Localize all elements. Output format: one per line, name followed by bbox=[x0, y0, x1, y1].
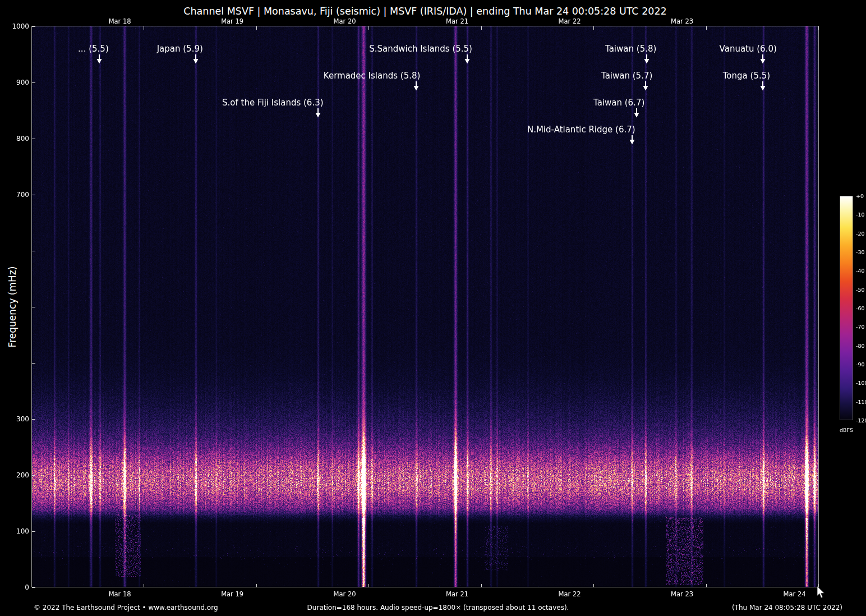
mouse-cursor-icon bbox=[816, 586, 825, 599]
colorbar-tick-label: -110 bbox=[856, 399, 866, 405]
footer-copyright: © 2022 The Earthsound Project • www.eart… bbox=[34, 604, 218, 612]
x-tick-label-top: Mar 23 bbox=[671, 17, 693, 25]
y-tick-label: 800 bbox=[1, 135, 29, 142]
x-tick-label-bottom: Mar 20 bbox=[334, 590, 356, 598]
colorbar-tick-label: +0 bbox=[856, 193, 864, 199]
x-tick-label-top: Mar 20 bbox=[334, 17, 356, 25]
x-tick-label-top: Mar 21 bbox=[446, 17, 468, 25]
colorbar-tick-label: -10 bbox=[856, 212, 865, 218]
colorbar-tick-label: -120 bbox=[856, 417, 866, 424]
x-tick-label-top: Mar 22 bbox=[559, 17, 581, 25]
colorbar-tick-label: -40 bbox=[856, 268, 865, 274]
colorbar-tick-label: -60 bbox=[856, 305, 865, 311]
footer-timestamp: (Thu Mar 24 08:05:28 UTC 2022) bbox=[732, 604, 842, 612]
spectrogram-page: Channel MSVF | Monasavu, Fiji (seismic) … bbox=[0, 0, 866, 616]
colorbar-gradient bbox=[840, 196, 853, 420]
colorbar-tick-label: -80 bbox=[856, 343, 865, 349]
x-tick-label-bottom: Mar 18 bbox=[109, 590, 131, 598]
x-tick-label-top: Mar 19 bbox=[221, 17, 243, 25]
y-tick-label: 900 bbox=[1, 79, 29, 86]
x-tick-label-bottom: Mar 21 bbox=[446, 590, 468, 598]
y-tick-label: 0 bbox=[1, 583, 29, 591]
plot-frame bbox=[31, 26, 819, 587]
colorbar-tick-label: -70 bbox=[856, 324, 865, 330]
colorbar-tick-label: -50 bbox=[856, 287, 865, 293]
colorbar-tick-label: -90 bbox=[856, 361, 865, 367]
y-tick-label: 300 bbox=[1, 415, 29, 423]
colorbar-tick-label: -100 bbox=[856, 380, 866, 386]
colorbar-tick-label: -30 bbox=[856, 249, 865, 255]
x-tick-label-bottom: Mar 19 bbox=[221, 590, 243, 598]
y-tick-label: 1000 bbox=[1, 22, 29, 30]
y-axis-label: Frequency (mHz) bbox=[7, 266, 18, 348]
chart-title: Channel MSVF | Monasavu, Fiji (seismic) … bbox=[183, 6, 666, 17]
y-tick-label: 200 bbox=[1, 471, 29, 479]
colorbar-tick-label: -20 bbox=[856, 231, 865, 237]
x-tick-label-top: Mar 18 bbox=[109, 17, 131, 25]
x-tick-label-bottom: Mar 22 bbox=[559, 590, 581, 598]
footer-duration: Duration=168 hours. Audio speed-up=1800×… bbox=[307, 604, 569, 612]
x-tick-label-bottom: Mar 23 bbox=[671, 590, 693, 598]
colorbar-unit-label: dBFS bbox=[837, 427, 855, 433]
y-tick-label: 100 bbox=[1, 527, 29, 535]
y-tick-label: 700 bbox=[1, 191, 29, 199]
x-tick-label-bottom: Mar 24 bbox=[784, 590, 806, 598]
